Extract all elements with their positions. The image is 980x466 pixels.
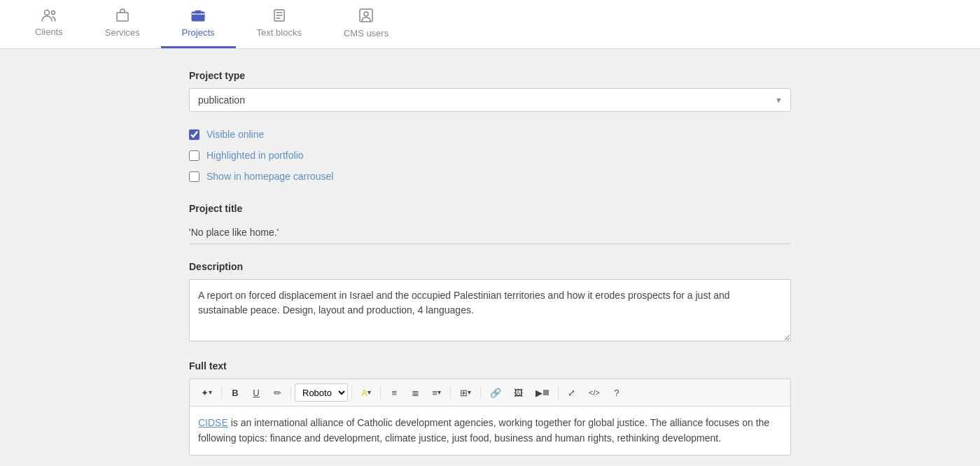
nav-label-clients: Clients: [35, 27, 63, 37]
separator-3: [351, 386, 352, 400]
bold-button[interactable]: B: [225, 383, 245, 402]
project-type-select[interactable]: publication case study report article: [189, 88, 791, 112]
nav-item-text-blocks[interactable]: Text blocks: [236, 0, 323, 48]
svg-point-10: [364, 12, 368, 16]
description-textarea[interactable]: [189, 279, 791, 341]
table-icon: ⊞: [460, 388, 468, 397]
project-type-select-wrapper: publication case study report article: [189, 88, 791, 112]
visible-online-input[interactable]: [189, 129, 200, 140]
table-button[interactable]: ⊞ ▾: [454, 383, 477, 402]
full-text-label: Full text: [189, 360, 791, 372]
link-icon: 🔗: [490, 388, 501, 397]
embed-icon: ▶: [536, 388, 542, 397]
homepage-carousel-input[interactable]: [189, 171, 200, 182]
strikethrough-button[interactable]: ✏: [267, 383, 287, 402]
editor-link[interactable]: CIDSE: [198, 417, 228, 428]
project-type-label: Project type: [189, 70, 791, 81]
embed-button[interactable]: ▶: [530, 383, 554, 402]
font-select[interactable]: Roboto Arial: [295, 383, 348, 402]
image-icon: 🖼: [514, 388, 523, 397]
numbered-list-icon: ≣: [412, 388, 419, 397]
embed-square: [543, 390, 549, 395]
strikethrough-icon: ✏: [274, 388, 281, 397]
nav-label-text-blocks: Text blocks: [257, 27, 302, 38]
link-button[interactable]: 🔗: [484, 383, 507, 402]
highlight-dropdown: ▾: [368, 389, 371, 396]
highlighted-portfolio-label: Highlighted in portfolio: [206, 150, 304, 161]
checkbox-visible-online[interactable]: Visible online: [189, 129, 791, 140]
underline-icon: U: [253, 388, 259, 397]
svg-point-0: [44, 10, 49, 15]
image-button[interactable]: 🖼: [508, 383, 528, 402]
separator-5: [450, 386, 451, 400]
nav-item-projects[interactable]: Projects: [161, 0, 236, 48]
separator-6: [480, 386, 481, 400]
svg-rect-2: [117, 13, 128, 21]
help-icon: ?: [614, 388, 619, 397]
highlight-icon: A: [361, 388, 368, 397]
cms-users-icon: [358, 8, 374, 25]
numbered-list-button[interactable]: ≣: [405, 383, 425, 402]
highlighted-portfolio-input[interactable]: [189, 150, 200, 161]
nav-label-projects: Projects: [182, 27, 215, 38]
separator-2: [290, 386, 291, 400]
bullet-list-button[interactable]: ≡: [384, 383, 404, 402]
magic-icon: ✦: [201, 388, 209, 397]
editor-toolbar: ✦ ▾ B U ✏ Roboto Arial: [190, 379, 790, 407]
project-title-label: Project title: [189, 203, 791, 214]
nav-item-cms-users[interactable]: CMS users: [323, 0, 410, 48]
projects-icon: [190, 8, 206, 24]
checkbox-homepage-carousel[interactable]: Show in homepage carrousel: [189, 171, 791, 182]
nav-label-cms-users: CMS users: [344, 28, 388, 38]
fullscreen-button[interactable]: ⤢: [562, 383, 582, 402]
full-text-section: Full text ✦ ▾ B U ✏ Roboto: [189, 360, 791, 456]
editor-body-text: is an international alliance of Catholic…: [198, 417, 769, 444]
main-content: Project type publication case study repo…: [175, 49, 805, 466]
checkbox-highlighted-portfolio[interactable]: Highlighted in portfolio: [189, 150, 791, 161]
bold-icon: B: [232, 388, 238, 397]
magic-button[interactable]: ✦ ▾: [195, 383, 218, 402]
table-dropdown: ▾: [468, 389, 471, 396]
homepage-carousel-label: Show in homepage carrousel: [206, 171, 333, 182]
visible-online-label: Visible online: [206, 129, 264, 140]
top-navigation: Clients Services Projects: [0, 0, 980, 49]
text-blocks-icon: [272, 8, 286, 24]
svg-point-1: [51, 11, 55, 15]
project-type-section: Project type publication case study repo…: [189, 70, 791, 112]
align-button[interactable]: ≡ ▾: [426, 383, 447, 402]
highlight-button[interactable]: A ▾: [356, 383, 377, 402]
nav-item-clients[interactable]: Clients: [14, 0, 84, 48]
description-section: Description: [189, 261, 791, 344]
separator-1: [221, 386, 222, 400]
editor-content[interactable]: CIDSE is an international alliance of Ca…: [190, 407, 790, 455]
nav-item-services[interactable]: Services: [84, 0, 161, 48]
magic-dropdown: ▾: [209, 389, 212, 396]
separator-4: [380, 386, 381, 400]
description-label: Description: [189, 261, 791, 272]
code-icon: </>: [589, 389, 600, 397]
bullet-list-icon: ≡: [392, 388, 398, 397]
checkbox-group: Visible online Highlighted in portfolio …: [189, 129, 791, 182]
align-icon: ≡: [432, 388, 438, 397]
nav-label-services: Services: [105, 27, 140, 38]
project-title-section: Project title: [189, 203, 791, 244]
underline-button[interactable]: U: [246, 383, 266, 402]
align-dropdown: ▾: [438, 389, 441, 396]
help-button[interactable]: ?: [607, 383, 626, 402]
rich-text-editor: ✦ ▾ B U ✏ Roboto Arial: [189, 379, 791, 456]
services-icon: [115, 8, 130, 24]
fullscreen-icon: ⤢: [568, 388, 575, 397]
clients-icon: [41, 9, 57, 24]
svg-rect-4: [195, 10, 201, 13]
separator-7: [558, 386, 559, 400]
code-button[interactable]: </>: [583, 383, 606, 402]
project-title-input[interactable]: [189, 221, 791, 244]
nav-list: Clients Services Projects: [14, 0, 410, 48]
